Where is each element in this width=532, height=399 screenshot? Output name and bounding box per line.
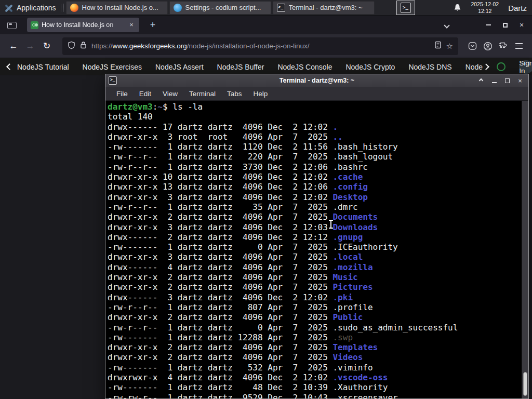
reader-view-icon[interactable]: [434, 41, 442, 51]
forward-button[interactable]: →: [22, 38, 38, 55]
nav-scroll-left-icon[interactable]: [7, 64, 12, 69]
panel-separator: [61, 4, 64, 12]
nav-link[interactable]: NodeJS Buffer: [217, 63, 264, 71]
nav-link[interactable]: NodeJS DNS: [408, 63, 451, 71]
terminal-output-line: drwxr-xr-x 3 dartz dartz 4096 Dec 2 12:0…: [108, 192, 520, 202]
reload-button[interactable]: ↻: [38, 38, 55, 55]
terminal-output-line: drwx------ 2 dartz dartz 4096 Dec 2 12:1…: [108, 232, 520, 242]
file-name: Templates: [332, 342, 378, 352]
terminal-output-line: -rw-r--r-- 1 dartz dartz 807 Apr 7 2025 …: [108, 302, 520, 312]
tab-close-icon[interactable]: ×: [127, 21, 136, 29]
terminal-output-line: drwxr-xr-x 13 dartz dartz 4096 Dec 2 12:…: [108, 182, 520, 192]
list-all-tabs-button[interactable]: [441, 20, 453, 31]
close-button[interactable]: ×: [513, 16, 530, 34]
terminal-title-bar[interactable]: Terminal - dartz@vm3: ~ ×: [105, 74, 528, 87]
maximize-button[interactable]: [497, 16, 513, 34]
firefox-view-icon: [7, 22, 17, 29]
file-name: .: [332, 122, 338, 132]
window-button-label: How to Install Node.js o...: [82, 4, 158, 11]
terminal-window-controls: ×: [477, 74, 524, 87]
file-meta: drwxr-xr-x 3 dartz dartz 4096 Dec 2 12:0…: [108, 222, 332, 232]
menu-item[interactable]: Terminal: [183, 90, 221, 98]
terminal-output-line: drwx------ 3 dartz dartz 4096 Dec 2 12:0…: [108, 292, 520, 302]
terminal-output-line: -rw------- 1 dartz dartz 48 Dec 2 10:39 …: [108, 382, 520, 392]
file-name: .viminfo: [332, 363, 373, 373]
bookmark-star-icon[interactable]: ☆: [446, 42, 453, 51]
clock[interactable]: 2025-12-02 12:12: [471, 1, 499, 15]
file-name: .gnupg: [332, 232, 363, 242]
extensions-puzzle-icon[interactable]: [496, 38, 511, 54]
file-name: .bashrc: [332, 162, 367, 172]
window-button-label: Terminal - dartz@vm3: ~: [289, 4, 363, 11]
browser-toolbar: ← → ↻ https://www.geeksforgeeks.org/node…: [0, 34, 532, 58]
tray-terminal-icon[interactable]: [396, 1, 415, 15]
nav-link[interactable]: NodeJS Assert: [155, 63, 204, 71]
menu-item[interactable]: Help: [248, 90, 274, 98]
user-menu[interactable]: Dartz: [508, 4, 527, 12]
nav-link[interactable]: NodeJS Crypto: [345, 63, 395, 71]
file-name: .profile: [332, 302, 373, 312]
nav-link[interactable]: Node: [466, 63, 483, 71]
menu-hamburger-icon[interactable]: [511, 38, 527, 54]
taskbar-window-button[interactable]: How to Install Node.js o...: [66, 1, 168, 15]
site-favicon: [31, 21, 38, 29]
minimize-button[interactable]: [490, 76, 498, 85]
prompt-user-host: dartz@vm3: [108, 102, 153, 112]
shade-button[interactable]: [477, 76, 485, 85]
file-meta: -rw-r--r-- 1 dartz dartz 220 Apr 7 2025: [108, 152, 332, 162]
file-name: .vscode-oss: [332, 373, 388, 382]
terminal-output-line: drwxr-xr-x 2 dartz dartz 4096 Apr 7 2025…: [108, 272, 520, 282]
menu-item[interactable]: View: [157, 90, 183, 98]
sign-in-button[interactable]: Sign In: [519, 60, 532, 74]
taskbar-window-button[interactable]: Settings - codium script...: [169, 1, 271, 15]
applications-menu-button[interactable]: Applications: [0, 0, 61, 16]
file-meta: -rw-r--r-- 1 dartz dartz 0 Apr 7 2025: [108, 323, 332, 332]
tab-strip: How to Install Node.js on × + ×: [0, 16, 532, 34]
clock-time: 12:12: [471, 8, 499, 15]
minimize-button[interactable]: [480, 16, 497, 34]
site-nav-links: NodeJS TutorialNodeJS ExercisesNodeJS As…: [17, 63, 483, 71]
menu-item[interactable]: File: [111, 90, 134, 98]
applications-label: Applications: [17, 4, 56, 12]
new-tab-button[interactable]: +: [147, 19, 159, 32]
close-button[interactable]: ×: [516, 76, 524, 85]
terminal-icon: [401, 3, 411, 13]
file-meta: -rw------- 1 dartz dartz 532 Apr 7 2025: [108, 363, 332, 373]
file-meta: drwxr-xr-x 13 dartz dartz 4096 Dec 2 12:…: [108, 182, 332, 192]
maximize-button[interactable]: [503, 76, 511, 85]
terminal-screen[interactable]: dartz@vm3:~$ ls -la total 140 drwx------…: [105, 101, 528, 398]
menu-item[interactable]: Edit: [134, 90, 157, 98]
active-tab[interactable]: How to Install Node.js on ×: [27, 18, 139, 32]
terminal-window-title: Terminal - dartz@vm3: ~: [105, 77, 528, 84]
file-meta: -rw-r--r-- 1 dartz dartz 35 Apr 7 2025: [108, 202, 332, 212]
url-bar[interactable]: https://www.geeksforgeeks.org/node-js/in…: [62, 37, 458, 55]
file-meta: -rw------- 1 dartz dartz 48 Dec 2 10:39: [108, 382, 332, 392]
file-meta: -rw------- 1 dartz dartz 1120 Dec 2 11:5…: [108, 142, 332, 152]
terminal-output-line: -rw------- 1 dartz dartz 532 Apr 7 2025 …: [108, 363, 520, 373]
terminal-output-line: drwxr-xr-x 10 dartz dartz 4096 Dec 2 12:…: [108, 172, 520, 182]
back-button[interactable]: ←: [5, 38, 22, 55]
pocket-icon[interactable]: [464, 38, 480, 54]
file-name: .local: [332, 252, 363, 262]
notification-bell-icon[interactable]: [454, 4, 461, 12]
scrollbar-thumb[interactable]: [523, 372, 527, 396]
file-meta: drwx------ 4 dartz dartz 4096 Apr 7 2025: [108, 262, 332, 272]
terminal-scrollbar[interactable]: [522, 101, 528, 398]
file-meta: -rw------- 1 dartz dartz 12288 Apr 7 202…: [108, 332, 332, 342]
taskbar-window-button[interactable]: Terminal - dartz@vm3: ~: [273, 1, 375, 15]
file-name: .pki: [332, 292, 353, 302]
file-name: .ICEauthority: [332, 242, 397, 252]
window-icon: [277, 4, 285, 12]
file-name: Downloads: [332, 222, 378, 232]
shield-icon[interactable]: [68, 41, 75, 51]
search-icon[interactable]: [497, 62, 506, 71]
distro-logo-icon: [5, 4, 13, 12]
account-icon[interactable]: [480, 38, 496, 54]
nav-link[interactable]: NodeJS Exercises: [83, 63, 142, 71]
lock-icon[interactable]: [80, 41, 87, 51]
firefox-view-button[interactable]: [5, 20, 19, 31]
nav-link[interactable]: NodeJS Console: [277, 63, 332, 71]
menu-item[interactable]: Tabs: [221, 90, 248, 98]
nav-scroll-right-icon[interactable]: [484, 64, 488, 69]
nav-link[interactable]: NodeJS Tutorial: [17, 63, 69, 71]
